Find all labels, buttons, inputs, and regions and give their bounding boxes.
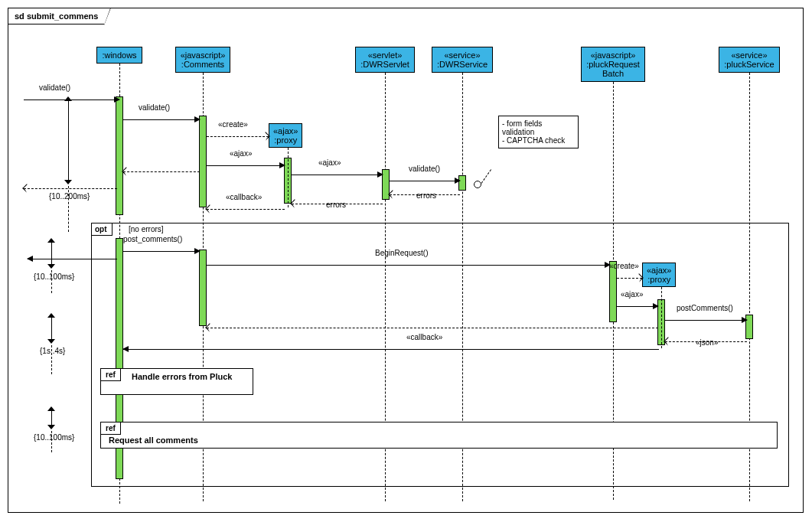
note-anchor-line xyxy=(481,169,491,184)
lifeline-name: :DWRServlet xyxy=(360,60,409,69)
timing-label-4: {10..100ms} xyxy=(34,433,74,442)
msg-ajax-1: «ajax» xyxy=(207,160,285,171)
proxy1-stereo: «ajax» xyxy=(273,126,298,135)
lifeline-name: :pluckService xyxy=(724,60,774,69)
msg-create-2: «create» xyxy=(617,272,642,283)
ref-frame-1: ref Handle errors from Pluck xyxy=(100,368,253,395)
diagram-title: submit_commens xyxy=(27,11,99,21)
activation-comments-1 xyxy=(199,116,207,207)
msg-return-comments xyxy=(207,322,658,333)
timing-label-2: {10..100ms} xyxy=(34,272,74,281)
msg-validate-2: validate() xyxy=(123,114,200,125)
lifeline-head-dwrservlet: «servlet» :DWRServlet xyxy=(355,47,415,73)
note-anchor-dot xyxy=(474,181,481,188)
lifeline-comments: «javascript» :Comments xyxy=(172,47,233,73)
msg-label: «json» xyxy=(696,338,718,347)
lifeline-name: :Comments xyxy=(181,60,226,69)
lifeline-head-dwrservice: «service» :DWRService xyxy=(432,47,493,73)
ref-text-1: Handle errors from Pluck xyxy=(132,372,232,381)
validation-note: - form fields validation - CAPTCHA check xyxy=(498,116,579,148)
lifeline-head-pluckrequest: «javascript» :pluckRequest Batch xyxy=(581,47,645,82)
ref-frame-2: ref Request all comments xyxy=(100,422,778,449)
msg-ajax-2: «ajax» xyxy=(292,169,383,180)
lifeline-stereo: «service» xyxy=(437,51,488,60)
msg-post-comments: post_comments() xyxy=(123,246,200,256)
opt-guard: [no errors] xyxy=(129,225,164,233)
created-proxy-1: «ajax» :proxy xyxy=(269,123,302,148)
timing-dash-4 xyxy=(51,431,52,452)
note-line2: validation xyxy=(502,128,575,136)
lifeline-stereo: «service» xyxy=(724,51,774,60)
msg-errors-1: errors xyxy=(390,189,460,200)
sequence-diagram: sd submit_commens :windows «javascript» … xyxy=(8,8,804,513)
msg-label: «callback» xyxy=(406,333,442,341)
msg-json-return: «json» xyxy=(665,336,747,347)
timing-dash-2 xyxy=(51,270,52,293)
lifeline-head-pluckservice: «service» :pluckService xyxy=(719,47,779,73)
msg-create-1: «create» xyxy=(207,131,269,142)
note-line1: - form fields xyxy=(502,119,575,128)
timing-dash-3 xyxy=(51,345,52,374)
msg-label: «callback» xyxy=(226,193,262,201)
lifeline-stereo: «javascript» xyxy=(586,51,640,60)
note-line3: - CAPTCHA check xyxy=(502,136,575,145)
msg-label: validate() xyxy=(39,83,70,92)
lifeline-head-windows: :windows xyxy=(96,47,142,64)
sd-prefix: sd xyxy=(15,11,24,21)
msg-label: «ajax» xyxy=(230,149,252,158)
ref-label-1: ref xyxy=(101,369,121,381)
msg-callback-2: «callback» xyxy=(123,344,659,354)
msg-label: «create» xyxy=(218,120,248,129)
diagram-title-tab: sd submit_commens xyxy=(8,8,105,24)
ref-label-2: ref xyxy=(101,422,121,435)
msg-return-actor-2 xyxy=(28,253,117,264)
lifeline-name: :pluckRequest Batch xyxy=(586,60,640,78)
msg-label: «ajax» xyxy=(621,290,643,299)
msg-errors-2: errors xyxy=(292,198,383,209)
msg-label: BeginRequest() xyxy=(375,249,428,257)
msg-label: validate() xyxy=(409,165,440,173)
lifeline-pluckrequest: «javascript» :pluckRequest Batch xyxy=(575,47,651,82)
msg-post-comments-2: postComments() xyxy=(665,315,747,325)
msg-label: errors xyxy=(326,201,346,209)
lifeline-name: :DWRService xyxy=(437,60,488,69)
opt-label: opt xyxy=(92,223,113,236)
lifeline-head-comments: «javascript» :Comments xyxy=(175,47,231,73)
lifeline-windows: :windows xyxy=(89,47,150,64)
proxy1-name: :proxy xyxy=(273,135,298,145)
lifeline-dwrservlet: «servlet» :DWRServlet xyxy=(354,47,416,73)
msg-label: post_comments() xyxy=(123,235,182,243)
msg-label: «create» xyxy=(609,262,639,270)
msg-label: errors xyxy=(416,191,436,200)
activation-windows-1 xyxy=(116,96,123,215)
lifeline-stereo: «javascript» xyxy=(181,51,226,60)
lifeline-stereo: «servlet» xyxy=(360,51,409,60)
msg-return-win xyxy=(123,166,200,177)
ref-text-2: Request all comments xyxy=(109,436,198,445)
lifeline-pluckservice: «service» :pluckService xyxy=(715,47,784,73)
msg-begin-request: BeginRequest() xyxy=(207,259,610,270)
lifeline-name: :windows xyxy=(102,51,137,60)
msg-callback-1: «callback» xyxy=(207,204,285,214)
msg-label: postComments() xyxy=(677,304,733,312)
timing-label-3: {1s..4s} xyxy=(40,347,65,355)
timing-label-1: {10..200ms} xyxy=(49,192,90,201)
msg-ajax-3: «ajax» xyxy=(617,301,658,312)
msg-label: «ajax» xyxy=(318,158,341,167)
msg-label: validate() xyxy=(139,103,170,112)
lifeline-dwrservice: «service» :DWRService xyxy=(432,47,493,73)
msg-validate-3: validate() xyxy=(390,175,460,186)
proxy1-dash xyxy=(288,148,289,207)
